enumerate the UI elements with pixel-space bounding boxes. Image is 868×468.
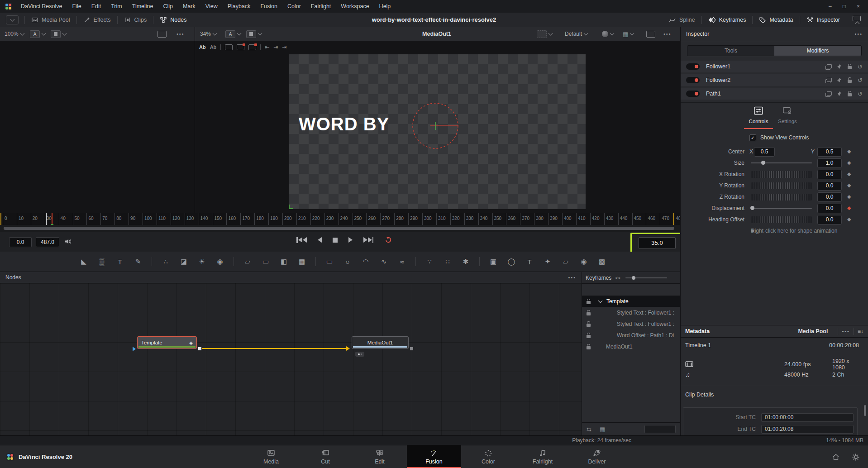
color-viewer-icon[interactable] xyxy=(602,31,608,37)
mask-bspline-icon[interactable]: ∿ xyxy=(378,258,389,266)
modifier-row[interactable]: Follower1 ↺ xyxy=(681,61,868,72)
light3d-icon[interactable]: ✦ xyxy=(542,258,553,266)
reset-icon[interactable]: ↺ xyxy=(858,64,863,70)
lock-icon[interactable] xyxy=(848,93,852,96)
x-rotation-wheel[interactable] xyxy=(751,171,812,178)
text3d-icon[interactable]: T xyxy=(524,258,535,266)
effects-button[interactable]: Effects xyxy=(77,13,117,27)
left-viewer-display-button[interactable] xyxy=(51,30,61,38)
home-icon[interactable] xyxy=(832,453,840,461)
spreadsheet-icon[interactable]: ▦ xyxy=(600,426,605,433)
keyframe-diamond-icon[interactable]: ◆ xyxy=(847,216,851,222)
enable-toggle[interactable] xyxy=(686,91,700,97)
keyframe-diamond-icon[interactable]: ◆ xyxy=(847,171,851,177)
lock-icon[interactable] xyxy=(587,335,591,338)
right-viewer-display-button[interactable] xyxy=(246,30,256,38)
menu-item[interactable]: View xyxy=(200,0,223,13)
menu-item[interactable]: File xyxy=(67,0,86,13)
displacement-field[interactable]: 0.0 xyxy=(817,204,842,213)
modifier-row[interactable]: Path1 ↺ xyxy=(681,88,868,100)
z-rotation-field[interactable]: 0.0 xyxy=(817,192,842,202)
step-forward-icon[interactable]: ⇥ xyxy=(273,44,278,50)
y-rotation-field[interactable]: 0.0 xyxy=(817,181,842,191)
tab-color[interactable]: Color xyxy=(461,445,515,468)
close-button[interactable]: × xyxy=(857,3,860,10)
composition-canvas[interactable]: WORD BY xyxy=(289,54,586,209)
tab-fusion[interactable]: Fusion xyxy=(407,445,461,468)
tab-deliver[interactable]: Deliver xyxy=(570,445,624,468)
copy-icon[interactable] xyxy=(825,93,830,97)
tab-media[interactable]: Media xyxy=(244,445,298,468)
tool-merge-icon[interactable]: ◧ xyxy=(278,258,289,266)
node-template[interactable]: Template ◈ xyxy=(137,336,197,349)
path-control-overlay[interactable] xyxy=(410,101,460,151)
toolbar-collapse-button[interactable] xyxy=(6,15,19,24)
tool-textplus-icon[interactable]: T xyxy=(114,258,125,266)
tab-fairlight[interactable]: Fairlight xyxy=(515,445,570,468)
keyframes-zoom-slider[interactable] xyxy=(625,277,667,278)
particle-render-icon[interactable]: ✱ xyxy=(460,258,471,266)
chevron-down-icon[interactable] xyxy=(598,298,603,303)
menu-item[interactable]: Fairlight xyxy=(306,0,336,13)
menu-item[interactable]: Mark xyxy=(178,0,200,13)
tool-paint-icon[interactable]: ✎ xyxy=(133,258,143,266)
tool-dissolve-icon[interactable]: ◪ xyxy=(178,258,189,266)
keyframe-nav-icon[interactable]: <> xyxy=(615,275,620,281)
show-view-controls-checkbox[interactable]: ✓ xyxy=(749,134,756,141)
subtab-settings[interactable]: Settings xyxy=(775,106,800,124)
keyframe-diamond-icon[interactable]: ◆ xyxy=(847,194,851,200)
keyframe-row[interactable]: Styled Text : Follower1 : xyxy=(582,318,680,330)
center-y-field[interactable]: 0.5 xyxy=(817,147,842,157)
keyframe-time-field[interactable] xyxy=(644,425,676,433)
keyframes-button[interactable]: Keyframes xyxy=(702,13,753,27)
node-graph[interactable]: Template ◈ MediaOut1 xyxy=(0,283,582,435)
render-range-in-field[interactable]: 0.0 xyxy=(9,237,32,247)
left-viewer-expand-button[interactable] xyxy=(157,31,167,38)
copy-icon[interactable] xyxy=(825,79,830,83)
buffer-a-button[interactable]: Ab xyxy=(199,44,206,50)
spline-button[interactable]: Spline xyxy=(662,13,701,27)
panel-layout-toggle-icon[interactable] xyxy=(853,16,862,24)
tool-background-icon[interactable]: ◣ xyxy=(78,258,89,266)
keyframe-diamond-icon[interactable]: ◆ xyxy=(751,228,754,234)
tool-transform-icon[interactable]: ▱ xyxy=(242,258,253,266)
timeline-ruler[interactable]: 0102030405060708090100110120130140150160… xyxy=(0,213,680,225)
tool-colorcorrector-icon[interactable]: ☀ xyxy=(196,258,207,266)
menu-item[interactable]: Workspace xyxy=(336,0,374,13)
go-to-start-button[interactable] xyxy=(296,237,307,243)
node-output-port[interactable] xyxy=(198,347,201,350)
go-to-end-button[interactable] xyxy=(363,237,374,243)
nodes-button[interactable]: Nodes xyxy=(153,13,193,27)
tool-fastnoise-icon[interactable]: ▒ xyxy=(96,258,107,266)
node-connection[interactable] xyxy=(202,348,346,349)
render-range-out-field[interactable]: 487.0 xyxy=(36,237,59,247)
node-output-port[interactable] xyxy=(410,347,413,350)
audio-mute-icon[interactable] xyxy=(64,238,72,245)
copy-icon[interactable] xyxy=(825,66,830,70)
stop-button[interactable] xyxy=(333,238,338,243)
keyframe-diamond-icon[interactable]: ◆ xyxy=(847,148,851,154)
tab-edit[interactable]: Edit xyxy=(353,445,407,468)
menu-item[interactable]: Fusion xyxy=(255,0,282,13)
frame-marked-icon[interactable] xyxy=(248,44,256,50)
loop-button[interactable] xyxy=(384,236,392,244)
right-viewer-channel-button[interactable]: A xyxy=(225,30,235,38)
sphere3d-icon[interactable]: ◯ xyxy=(506,258,517,266)
node-input-port[interactable] xyxy=(133,347,136,351)
shape3d-icon[interactable]: ▣ xyxy=(488,258,499,266)
heading-offset-wheel[interactable] xyxy=(751,216,812,223)
displacement-slider[interactable] xyxy=(751,208,812,209)
tab-tools[interactable]: Tools xyxy=(687,46,774,56)
menu-item[interactable]: Help xyxy=(374,0,396,13)
keyframe-diamond-active-icon[interactable]: ◆ xyxy=(847,205,851,211)
pin-icon[interactable] xyxy=(836,64,842,69)
media-pool-button[interactable]: Media Pool xyxy=(25,13,76,27)
lock-icon[interactable] xyxy=(587,346,591,349)
node-mediaout[interactable]: MediaOut1 xyxy=(352,336,409,349)
keyframe-row[interactable]: MediaOut1 xyxy=(582,341,680,352)
inspector-options-button[interactable]: ••• xyxy=(854,31,863,37)
left-viewer-channel-button[interactable]: A xyxy=(30,30,40,38)
end-tc-field[interactable]: 01:00:20:08 xyxy=(761,425,854,434)
imageplane3d-icon[interactable]: ▱ xyxy=(560,258,571,266)
keyframe-row[interactable]: Template xyxy=(582,296,680,307)
